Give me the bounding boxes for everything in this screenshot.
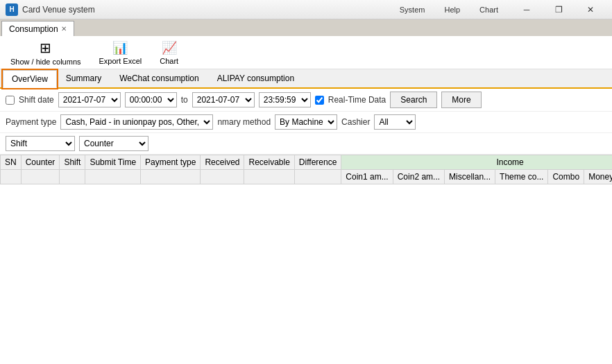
col-received-2	[201, 170, 244, 184]
maximize-button[interactable]: ❐	[543, 0, 575, 19]
show-hide-label: Show / hide columns	[10, 58, 81, 66]
title-text: Card Venue system	[22, 5, 95, 15]
summary-method-label: nmary method	[217, 117, 271, 127]
summary-method-select[interactable]: By Machine	[275, 114, 337, 130]
tab-consumption[interactable]: Consumption ✕	[1, 21, 74, 36]
cashier-select[interactable]: All	[374, 114, 416, 130]
menu-system[interactable]: System	[393, 0, 432, 19]
titlebar-left: H Card Venue system	[6, 3, 95, 16]
date-to-label: to	[181, 95, 188, 105]
tab-label: Consumption	[9, 24, 58, 34]
cashier-label: Cashier	[341, 117, 370, 127]
col-counter-2	[21, 170, 60, 184]
col-payment-type: Payment type	[141, 155, 201, 170]
menu-help[interactable]: Help	[437, 0, 467, 19]
data-table: SN Counter Shift Submit Time Payment typ…	[0, 155, 612, 184]
menu-chart[interactable]: Chart	[473, 0, 505, 19]
window-controls: ─ ❐ ✕	[511, 0, 606, 19]
minimize-button[interactable]: ─	[511, 0, 543, 19]
col-difference-2	[294, 170, 341, 184]
col-coin1am: Coin1 am...	[341, 170, 393, 184]
subtab-wechat[interactable]: WeChat consumption	[110, 69, 208, 87]
titlebar-right: System Help Chart ─ ❐ ✕	[393, 0, 606, 19]
search-button[interactable]: Search	[390, 92, 437, 108]
more-button[interactable]: More	[441, 92, 481, 108]
shift-select[interactable]: Shift	[6, 136, 75, 151]
col-receivable: Receivable	[244, 155, 294, 170]
col-shift: Shift	[60, 155, 85, 170]
payment-type-label: Payment type	[6, 117, 56, 127]
col-payment-type-2	[141, 170, 201, 184]
export-excel-label: Export Excel	[99, 57, 142, 65]
realtime-checkbox[interactable]	[315, 96, 324, 105]
subtab-summary-label: Summary	[66, 73, 101, 83]
col-counter: Counter	[21, 155, 60, 170]
filter-row-1: Shift date 2021-07-07 00:00:00 to 2021-0…	[0, 89, 612, 112]
col-sn-2	[1, 170, 22, 184]
app-icon: H	[6, 3, 18, 16]
chart-button[interactable]: 📈 Chart	[155, 38, 183, 67]
date-to-select[interactable]: 2021-07-07	[192, 92, 255, 107]
subtab-alipay-label: ALIPAY consumption	[217, 73, 294, 83]
tabstrip: Consumption ✕	[0, 19, 612, 36]
close-button[interactable]: ✕	[575, 0, 606, 19]
time-to-select[interactable]: 23:59:59	[259, 92, 311, 107]
col-money-pkg: Money package	[584, 170, 612, 184]
col-themeco: Theme co...	[495, 170, 548, 184]
export-excel-icon: 📊	[112, 40, 128, 55]
subtabbar: OverView Summary WeChat consumption ALIP…	[0, 69, 612, 89]
col-combo: Combo	[548, 170, 584, 184]
shift-date-label: Shift date	[19, 95, 54, 105]
col-shift-2	[60, 170, 85, 184]
shift-date-checkbox[interactable]	[6, 96, 15, 105]
export-excel-button[interactable]: 📊 Export Excel	[94, 38, 147, 67]
main-table-area[interactable]: SN Counter Shift Submit Time Payment typ…	[0, 155, 612, 364]
chart-icon: 📈	[162, 40, 177, 55]
date-from-select[interactable]: 2021-07-07	[58, 92, 121, 107]
show-hide-columns-button[interactable]: ⊞ Show / hide columns	[6, 37, 86, 68]
col-submit-time: Submit Time	[85, 155, 141, 170]
realtime-label: Real-Time Data	[328, 95, 386, 105]
chart-label: Chart	[160, 57, 178, 65]
subtab-overview-label: OverView	[12, 74, 48, 84]
payment-type-select[interactable]: Cash, Paid - in unionpay pos, Other, Mob…	[60, 114, 213, 130]
col-miscell: Miscellan...	[445, 170, 495, 184]
subtab-summary[interactable]: Summary	[57, 69, 110, 87]
subtab-alipay[interactable]: ALIPAY consumption	[208, 69, 303, 87]
col-sn: SN	[1, 155, 22, 170]
show-hide-icon: ⊞	[40, 40, 51, 56]
content-area: SN Counter Shift Submit Time Payment typ…	[0, 155, 612, 364]
filter-row-2: Payment type Cash, Paid - in unionpay po…	[0, 112, 612, 133]
col-difference: Difference	[294, 155, 341, 170]
col-submit-time-2	[85, 170, 141, 184]
subtab-overview[interactable]: OverView	[3, 70, 57, 88]
filter-row-3: Shift Counter	[0, 133, 612, 155]
col-received: Received	[201, 155, 244, 170]
counter-select[interactable]: Counter	[79, 136, 148, 151]
subtab-wechat-label: WeChat consumption	[119, 73, 199, 83]
income-header: Income	[341, 155, 612, 170]
toolbar: ⊞ Show / hide columns 📊 Export Excel 📈 C…	[0, 36, 612, 69]
time-from-select[interactable]: 00:00:00	[125, 92, 177, 107]
col-coin2am: Coin2 am...	[393, 170, 444, 184]
titlebar: H Card Venue system System Help Chart ─ …	[0, 0, 612, 19]
col-receivable-2	[244, 170, 294, 184]
tab-close-icon[interactable]: ✕	[61, 25, 67, 33]
